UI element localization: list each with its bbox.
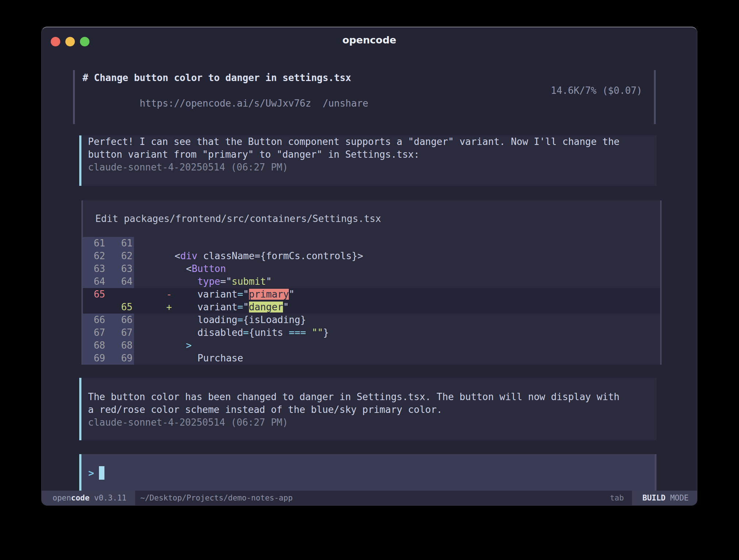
message-text-line: a red/rose color scheme instead of the b… — [88, 403, 656, 416]
screen: opencode # Change button color to danger… — [0, 0, 739, 560]
traffic-lights — [51, 37, 89, 46]
diff-old-line-number: 63 — [83, 262, 108, 275]
code-segment: " — [283, 302, 289, 312]
code-segment: {units — [249, 327, 289, 338]
tab-key-hint[interactable]: tab — [610, 491, 624, 505]
code-segment: className={formCs.controls}> — [198, 250, 363, 261]
diff-row: 6363 <Button — [83, 262, 660, 275]
mode-chip[interactable]: BUILD MODE — [632, 491, 697, 505]
code-segment: {isLoading} — [243, 314, 306, 325]
diff-marker: + — [134, 301, 175, 314]
diff-marker — [134, 352, 175, 365]
edit-tool-block: Edit packages/frontend/src/containers/Se… — [81, 200, 662, 365]
code-segment: =" — [220, 276, 231, 287]
diff-marker: - — [134, 288, 175, 301]
prompt-input[interactable]: > — [79, 454, 656, 492]
code-segment: submit — [232, 276, 266, 287]
code-segment — [175, 289, 198, 300]
code-segment: variant — [198, 302, 238, 312]
code-segment: = — [237, 302, 243, 312]
diff-old-line-number: 61 — [83, 237, 108, 250]
diff-old-line-number — [83, 301, 108, 314]
code-segment: } — [323, 327, 329, 338]
code-segment: = — [237, 289, 243, 300]
minimize-button[interactable] — [65, 37, 75, 46]
code-segment: "" — [312, 327, 323, 338]
code-segment — [175, 340, 186, 351]
diff-row: 6767 disabled={units === ""} — [83, 326, 660, 339]
diff-marker — [134, 237, 175, 250]
diff-code-line: disabled={units === ""} — [175, 326, 660, 339]
code-segment: div — [180, 250, 198, 261]
code-segment: " — [243, 302, 249, 312]
prompt-symbol: > — [88, 468, 94, 479]
unshare-command: /unshare — [322, 98, 368, 109]
diff-row: 6262<div className={formCs.controls}> — [83, 250, 660, 262]
diff-marker — [134, 314, 175, 326]
diff-new-line-number: 69 — [108, 352, 134, 365]
code-segment: = — [237, 314, 243, 325]
code-segment: === — [289, 327, 306, 338]
diff-code-line: <div className={formCs.controls}> — [175, 250, 660, 262]
diff-marker — [134, 326, 175, 339]
opencode-window: opencode # Change button color to danger… — [41, 27, 697, 506]
diff-row: 6464 type="submit" — [83, 275, 660, 288]
diff-code-line: variant="primary" — [175, 288, 660, 301]
code-segment: < — [175, 263, 192, 274]
mode-suffix: MODE — [670, 494, 689, 502]
window-titlebar: opencode — [42, 27, 697, 53]
assistant-message: Perfect! I can see that the Button compo… — [79, 135, 656, 186]
diff-marker — [134, 262, 175, 275]
code-segment: loading — [198, 314, 238, 325]
model-timestamp: claude-sonnet-4-20250514 (06:27 PM) — [88, 161, 656, 174]
diff-old-line-number: 67 — [83, 326, 108, 339]
diff-old-line-number: 66 — [83, 314, 108, 326]
zoom-button[interactable] — [80, 37, 89, 46]
code-segment: Button — [192, 263, 226, 274]
code-segment: < — [175, 250, 180, 261]
app-version-chip: opencode v0.3.11 — [42, 491, 135, 505]
diff-new-line-number: 68 — [108, 339, 134, 352]
code-segment: = — [243, 327, 249, 338]
window-title: opencode — [42, 27, 697, 53]
code-segment: primary — [249, 289, 289, 300]
diff-code-line: Purchase — [175, 352, 660, 365]
code-segment: " — [266, 276, 272, 287]
code-segment — [175, 276, 198, 287]
diff-new-line-number: 62 — [108, 250, 134, 262]
diff-old-line-number: 68 — [83, 339, 108, 352]
status-bar: opencode v0.3.11 ~/Desktop/Projects/demo… — [42, 491, 697, 505]
diff-new-line-number: 67 — [108, 326, 134, 339]
diff-code-line: variant="danger" — [175, 301, 660, 314]
close-button[interactable] — [51, 37, 60, 46]
diff-row: 65+ variant="danger" — [83, 301, 660, 314]
share-url[interactable]: https://opencode.ai/s/UwJxv76z — [140, 98, 311, 109]
code-segment: " — [243, 289, 249, 300]
diff-old-line-number: 62 — [83, 250, 108, 262]
message-text-line: Perfect! I can see that the Button compo… — [88, 135, 656, 148]
diff-old-line-number: 64 — [83, 275, 108, 288]
diff-new-line-number — [108, 288, 134, 301]
diff-marker — [134, 339, 175, 352]
mode-name: BUILD — [643, 494, 666, 502]
diff-new-line-number: 63 — [108, 262, 134, 275]
diff-code-line — [175, 237, 660, 250]
diff-row: 65- variant="primary" — [83, 288, 660, 301]
diff-row: 6969 Purchase — [83, 352, 660, 365]
diff-new-line-number: 66 — [108, 314, 134, 326]
diff-code-line: type="submit" — [175, 275, 660, 288]
session-title: # Change button color to danger in setti… — [83, 72, 642, 84]
code-segment: " — [289, 289, 295, 300]
code-segment: variant — [198, 289, 238, 300]
diff-row: 6868 > — [83, 339, 660, 352]
diff-new-line-number: 61 — [108, 237, 134, 250]
diff-code-line: loading={isLoading} — [175, 314, 660, 326]
code-segment: > — [186, 340, 192, 351]
diff-new-line-number: 65 — [108, 301, 134, 314]
message-text-line: The button color has been changed to dan… — [88, 391, 656, 403]
diff-old-line-number: 65 — [83, 288, 108, 301]
app-name-open: open — [53, 494, 71, 502]
code-segment: danger — [249, 302, 283, 312]
code-segment — [175, 353, 198, 364]
model-timestamp: claude-sonnet-4-20250514 (06:27 PM) — [88, 416, 656, 429]
